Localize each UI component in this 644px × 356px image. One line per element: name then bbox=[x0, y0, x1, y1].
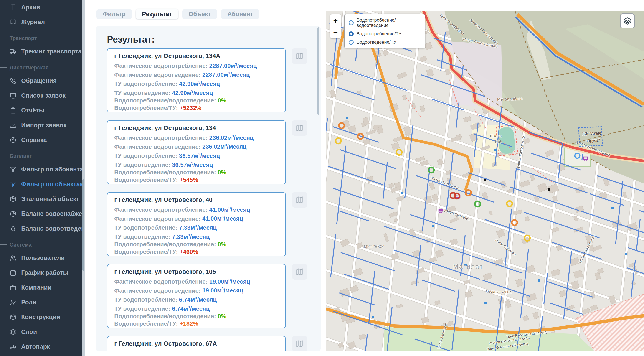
download-icon bbox=[10, 122, 16, 129]
tab-Объект[interactable]: Объект bbox=[182, 9, 217, 19]
sidebar-item[interactable]: Слои bbox=[0, 324, 82, 340]
sidebar-item[interactable]: Роли bbox=[0, 295, 82, 310]
tab-Абонент[interactable]: Абонент bbox=[221, 9, 259, 19]
result-card[interactable]: г Геленджик, ул Островского, 134АФактиче… bbox=[107, 48, 286, 112]
results-scrollbar-thumb[interactable] bbox=[318, 27, 320, 115]
results-heading: Результат: bbox=[96, 26, 321, 44]
result-card-row: г Геленджик, ул Островского, 134Фактичес… bbox=[107, 120, 316, 184]
tu-drainage-row: ТУ водоотведение: 6.74м3/месяц bbox=[114, 304, 278, 312]
map-street-label: Школа bbox=[490, 134, 502, 138]
sidebar-item[interactable]: Список заявок bbox=[0, 88, 82, 103]
sidebar-section-label: Транспорт bbox=[0, 32, 82, 44]
legend-option[interactable]: Водоотведение/ТУ bbox=[348, 40, 425, 45]
ratio-drain-tu-row: Водоотведение/ТУ: +460% bbox=[114, 256, 278, 256]
main-content: ФильтрРезультатОбъектАбонент Результат: … bbox=[85, 0, 326, 356]
sidebar-item[interactable]: Обращения bbox=[0, 74, 82, 88]
sidebar-item[interactable]: Журнал bbox=[0, 15, 82, 30]
result-card[interactable]: г Геленджик, ул Островского, 40Фактическ… bbox=[107, 192, 286, 256]
sidebar-item[interactable]: Фильтр по абонентам bbox=[0, 162, 82, 177]
legend-option[interactable]: Водопотребление/ТУ bbox=[348, 31, 425, 36]
tab-Результат[interactable]: Результат bbox=[136, 9, 178, 19]
map-street-label: МУП "БХО" bbox=[364, 244, 384, 249]
sidebar-item-label: Фильтр по объектам bbox=[21, 181, 84, 188]
show-on-map-button[interactable] bbox=[292, 120, 308, 136]
fact-consumption-row: Фактическое водопотребление: 236.02м3/ме… bbox=[114, 132, 278, 142]
legend-option[interactable]: Водопотребление/водоотведение bbox=[348, 18, 425, 28]
tu-consumption-row: ТУ водопотребление: 36.57м3/месяц bbox=[114, 150, 278, 160]
result-card-row: г Геленджик, ул Островского, 40Фактическ… bbox=[107, 192, 316, 256]
map-icon bbox=[296, 196, 304, 204]
zoom-out-button[interactable]: − bbox=[330, 26, 341, 38]
sidebar-item[interactable]: Импорт заявок bbox=[0, 118, 82, 133]
result-card-row: г Геленджик, ул Островского, 105Фактичес… bbox=[107, 264, 316, 328]
layers-button[interactable] bbox=[620, 14, 635, 28]
show-on-map-button[interactable] bbox=[292, 336, 308, 351]
sidebar-item-label: Список заявок bbox=[21, 92, 66, 99]
result-card[interactable]: г Геленджик, ул Островского, 134Фактичес… bbox=[107, 120, 286, 184]
result-card-address: г Геленджик, ул Островского, 105 bbox=[114, 268, 278, 276]
sidebar-scrollbar-thumb[interactable] bbox=[82, 179, 84, 271]
sidebar-item-label: Обращения bbox=[21, 78, 57, 84]
show-on-map-button[interactable] bbox=[292, 264, 308, 280]
package-icon bbox=[10, 196, 16, 202]
map-canvas[interactable]: проезд АлфееваАлексея Генераловаулица Лу… bbox=[326, 11, 644, 352]
zoom-in-button[interactable]: + bbox=[330, 14, 341, 26]
radio-icon[interactable] bbox=[348, 20, 354, 25]
map-street-label: паруса" bbox=[585, 138, 600, 143]
sidebar-item-label: Автопарк bbox=[21, 343, 50, 350]
map-icon bbox=[296, 268, 304, 276]
sidebar-item[interactable]: Пользователи bbox=[0, 250, 82, 266]
droplet-icon bbox=[10, 225, 16, 232]
tab-Фильтр[interactable]: Фильтр bbox=[96, 9, 132, 19]
sidebar-item-label: Фильтр по абонентам bbox=[21, 166, 88, 173]
sidebar-item[interactable]: Эталонный объект bbox=[0, 192, 82, 206]
map-container[interactable]: проезд АлфееваАлексея Генераловаулица Лу… bbox=[326, 11, 644, 352]
section-divider bbox=[0, 68, 7, 68]
sidebar-item-label: Конструкции bbox=[21, 314, 60, 321]
sidebar-section-label: Диспетчерская bbox=[0, 62, 82, 74]
sidebar-item-label: Отчёты bbox=[21, 107, 44, 114]
fact-consumption-row: Фактическое водопотребление: 41.00м3/мес… bbox=[114, 204, 278, 214]
sidebar-item[interactable]: Архив bbox=[0, 0, 82, 15]
show-on-map-button[interactable] bbox=[292, 48, 308, 64]
ratio-cons-tu-row: Водопотребление/ТУ: +545% bbox=[114, 176, 278, 184]
result-card[interactable]: г Геленджик, ул Островского, 105Фактичес… bbox=[107, 264, 286, 328]
sidebar-item[interactable]: Компании bbox=[0, 280, 82, 295]
section-divider bbox=[0, 38, 7, 38]
map-street-label: №6 bbox=[495, 140, 501, 144]
sidebar-item[interactable]: Отчёты bbox=[0, 103, 82, 118]
sidebar-item-label: Справка bbox=[21, 136, 47, 144]
clipboard-icon bbox=[10, 107, 16, 114]
sidebar-item[interactable]: Трекинг транспорта bbox=[0, 44, 82, 59]
tu-consumption-row: ТУ водопотребление: 42.90м3/месяц bbox=[114, 78, 278, 88]
truck-icon bbox=[10, 343, 16, 350]
user-check-icon bbox=[10, 299, 16, 306]
results-card-list: г Геленджик, ул Островского, 134АФактиче… bbox=[107, 48, 316, 351]
sidebar-item[interactable]: График работы bbox=[0, 266, 82, 280]
results-panel: Результат: г Геленджик, ул Островского, … bbox=[96, 26, 321, 351]
map-layer-legend: Водопотребление/водоотведениеВодопотребл… bbox=[344, 14, 425, 48]
radio-icon[interactable] bbox=[348, 40, 354, 45]
radio-icon[interactable] bbox=[348, 32, 354, 36]
sidebar-item[interactable]: Баланс водоотведения bbox=[0, 221, 82, 236]
briefcase-icon bbox=[10, 284, 16, 291]
show-on-map-button[interactable] bbox=[292, 192, 308, 208]
legend-option-label: Водопотребление/водоотведение bbox=[356, 18, 425, 28]
sidebar-item-label: Баланс водоотведения bbox=[21, 225, 92, 232]
sidebar-item[interactable]: Баланс водоснабжения bbox=[0, 206, 82, 221]
result-card-row: г Геленджик, ул Островского, 67А bbox=[107, 336, 316, 351]
ratio-cons-drain-row: Водопотребление/водоотведение: 0% bbox=[114, 240, 278, 248]
sidebar-scrollbar-track[interactable] bbox=[82, 0, 85, 356]
sidebar-item[interactable]: Фильтр по объектам bbox=[0, 177, 82, 192]
fact-consumption-row: Фактическое водопотребление: 2287.00м3/м… bbox=[114, 60, 278, 70]
layers-icon bbox=[623, 16, 632, 25]
map-icon bbox=[296, 340, 304, 348]
sidebar-item[interactable]: Конструкции bbox=[0, 310, 82, 324]
fact-drainage-row: Фактическое водоотведение: 19.00м3/месяц bbox=[114, 286, 278, 294]
sidebar-item[interactable]: Справка bbox=[0, 133, 82, 148]
sidebar-item[interactable]: Автопарк bbox=[0, 340, 82, 354]
result-card-address: г Геленджик, ул Островского, 40 bbox=[114, 196, 278, 204]
map-zoom-control: + − bbox=[330, 14, 341, 38]
result-card[interactable]: г Геленджик, ул Островского, 67А bbox=[107, 336, 286, 351]
legend-option-label: Водопотребление/ТУ bbox=[356, 31, 402, 36]
